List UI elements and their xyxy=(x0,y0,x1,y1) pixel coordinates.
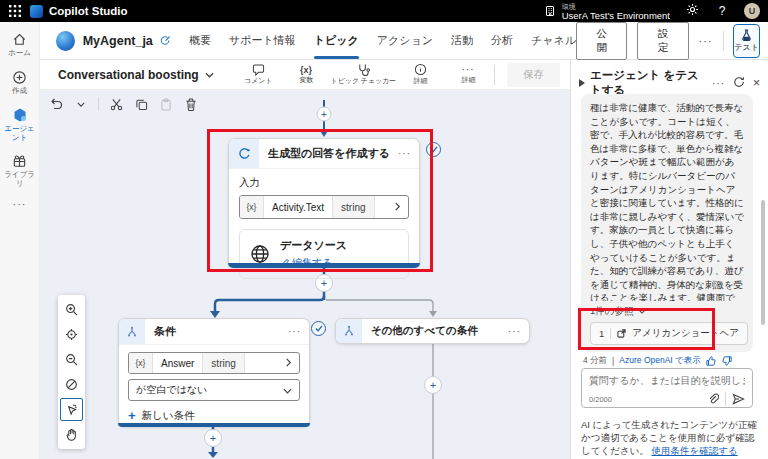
app-launcher-icon[interactable] xyxy=(0,0,30,22)
refresh-conversation-button[interactable] xyxy=(733,76,745,90)
undo-button[interactable] xyxy=(48,96,64,112)
chevron-down-icon xyxy=(77,102,85,107)
details-info-button[interactable]: 詳細 xyxy=(398,63,442,86)
save-button[interactable]: 保存 xyxy=(507,63,560,87)
sidebar-item-more[interactable]: ··· xyxy=(1,200,39,209)
chevron-right-icon[interactable] xyxy=(394,201,408,213)
agent-header-bar: MyAgent_ja 概要 サポート情報 トピック アクション 活動 分析 チャ… xyxy=(40,22,768,60)
zoom-out-button[interactable] xyxy=(60,348,83,371)
center-canvas-button[interactable] xyxy=(60,323,83,346)
condition-variable-row[interactable]: {x} Answer string xyxy=(128,352,300,374)
agent-tabs: 概要 サポート情報 トピック アクション 活動 分析 チャネル xyxy=(189,22,576,59)
input-variable-row[interactable]: {x} Activity.Text string xyxy=(239,195,409,219)
reference-link[interactable]: 1 アメリカンショートヘア xyxy=(590,322,748,345)
user-avatar[interactable]: U xyxy=(744,3,760,19)
sidebar-item-home[interactable]: ホーム xyxy=(1,32,39,58)
attach-file-button[interactable] xyxy=(708,393,719,405)
panel-more-button[interactable]: ··· xyxy=(712,78,725,89)
paste-icon xyxy=(160,98,172,111)
pan-tool-button[interactable] xyxy=(60,423,83,446)
scissors-icon xyxy=(110,98,123,111)
thumbs-up-icon[interactable] xyxy=(706,356,716,366)
chevron-down-icon xyxy=(205,72,214,78)
node-generative-answers[interactable]: 生成型の回答を作成する ··· 入力 {x} Activity.Text str… xyxy=(228,138,420,268)
comment-button[interactable]: コメント xyxy=(236,64,280,86)
brand[interactable]: Copilot Studio xyxy=(30,5,128,18)
sidebar-item-agents[interactable]: エージェント xyxy=(1,107,39,142)
copy-button[interactable] xyxy=(133,96,149,112)
chat-input-placeholder: 質問するか、または目的を説明します xyxy=(589,374,745,388)
copy-icon xyxy=(135,98,148,111)
collapse-panel-icon[interactable] xyxy=(579,79,585,87)
variables-button[interactable]: {x} 変数 xyxy=(284,65,328,85)
environment-picker[interactable]: 環境 UserA Test's Environment xyxy=(544,2,670,20)
paperclip-icon xyxy=(708,393,719,405)
details-more-button[interactable]: ··· 詳細 xyxy=(446,64,490,85)
sidebar-item-library[interactable]: ライブラリ xyxy=(1,154,39,188)
sidebar-item-create[interactable]: 作成 xyxy=(1,70,39,96)
references-toggle[interactable]: 1件の参照 xyxy=(590,305,744,318)
add-condition-button[interactable]: + 新しい条件 xyxy=(128,409,300,423)
node-title: その他のすべての条件 xyxy=(362,324,478,338)
environment-name: UserA Test's Environment xyxy=(562,11,670,20)
zoom-in-button[interactable] xyxy=(60,298,83,321)
tab-analytics[interactable]: 分析 xyxy=(491,22,513,59)
delete-button[interactable] xyxy=(183,96,199,112)
select-tool-button[interactable] xyxy=(60,398,83,421)
node-menu-button[interactable]: ··· xyxy=(288,326,309,337)
svg-text:+: + xyxy=(430,379,436,391)
topic-checker-button[interactable]: トピック チェッカー xyxy=(332,63,394,86)
header-more-button[interactable]: ··· xyxy=(699,35,713,47)
node-menu-button[interactable]: ··· xyxy=(508,326,529,337)
send-button[interactable] xyxy=(732,393,745,405)
condition-branch-icon xyxy=(336,319,362,343)
node-condition[interactable]: 条件 ··· {x} Answer string が空白ではない + 新しい条件 xyxy=(118,318,310,427)
topic-name-dropdown[interactable]: Conversational boosting xyxy=(58,68,214,82)
settings-button[interactable]: 設定 xyxy=(637,22,688,60)
chevron-right-icon[interactable] xyxy=(285,357,299,369)
tab-topics[interactable]: トピック xyxy=(314,22,359,59)
terms-link[interactable]: 使用条件を確認する xyxy=(651,445,737,456)
panel-scrollbar[interactable] xyxy=(761,200,765,325)
cut-button[interactable] xyxy=(108,96,124,112)
paste-button[interactable] xyxy=(158,96,174,112)
settings-gear-icon[interactable] xyxy=(684,3,700,19)
flask-icon xyxy=(741,29,752,41)
stethoscope-icon xyxy=(357,63,370,76)
info-icon xyxy=(414,63,427,76)
datasource-card[interactable]: データソース 編集する xyxy=(239,229,409,279)
publish-button[interactable]: 公開 xyxy=(576,22,627,60)
zoom-in-icon xyxy=(65,303,78,316)
tab-overview[interactable]: 概要 xyxy=(189,22,211,59)
reset-view-button[interactable] xyxy=(60,373,83,396)
tab-activity[interactable]: 活動 xyxy=(451,22,473,59)
comment-icon xyxy=(252,64,265,76)
close-panel-button[interactable]: × xyxy=(753,76,760,90)
node-all-other-conditions[interactable]: その他のすべての条件 ··· xyxy=(335,318,530,344)
node-menu-button[interactable]: ··· xyxy=(398,148,419,159)
app-title: Copilot Studio xyxy=(49,5,128,17)
azure-openai-link[interactable]: Azure OpenAI で表示 xyxy=(619,355,700,367)
tab-channels[interactable]: チャネル xyxy=(531,22,576,59)
globe-icon xyxy=(250,244,270,264)
condition-branch-icon xyxy=(119,319,145,344)
trash-icon xyxy=(185,98,197,111)
divider xyxy=(98,97,99,111)
test-agent-button[interactable]: テスト xyxy=(733,24,760,58)
target-icon xyxy=(65,328,78,341)
topic-toolbar: Conversational boosting コメント {x} 変数 トピック… xyxy=(40,60,570,90)
authoring-canvas[interactable]: + + + + Conversational boosting コメント xyxy=(40,60,570,459)
copilot-studio-logo-icon xyxy=(30,5,43,18)
help-icon[interactable]: ? xyxy=(714,4,730,18)
tab-support[interactable]: サポート情報 xyxy=(229,22,296,59)
condition-operator-dropdown[interactable]: が空白ではない xyxy=(128,379,300,401)
message-meta-row: 4 分前 | Azure OpenAI で表示 xyxy=(583,355,732,367)
undo-chevron-button[interactable] xyxy=(73,96,89,112)
agent-edit-icon[interactable] xyxy=(159,34,171,47)
thumbs-down-icon[interactable] xyxy=(722,356,732,366)
chat-input-box[interactable]: 質問するか、または目的を説明します 0/2000 xyxy=(581,368,753,408)
variable-token-icon: {x} xyxy=(129,353,153,373)
variables-icon: {x} xyxy=(300,65,312,75)
tab-actions[interactable]: アクション xyxy=(377,22,433,59)
send-icon xyxy=(732,393,745,405)
